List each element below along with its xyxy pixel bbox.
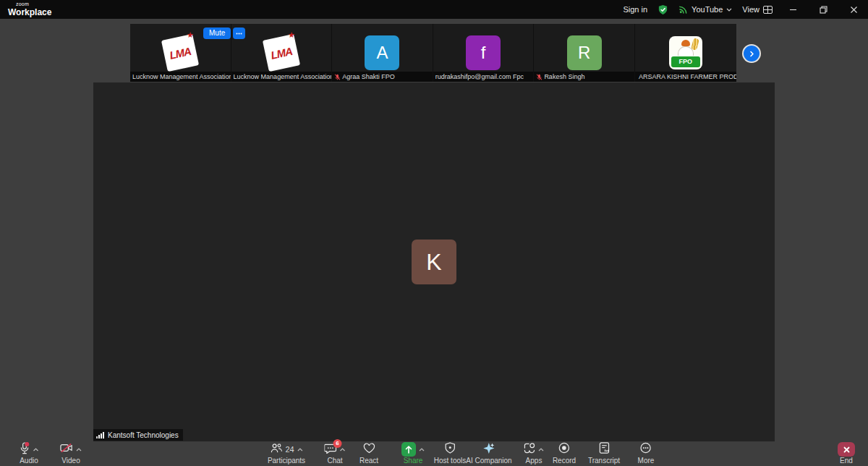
minimize-button[interactable] [783, 0, 803, 19]
host-tools-label: Host tools [434, 457, 466, 465]
ai-companion-sparkle-icon [483, 442, 495, 457]
react-button[interactable]: React [359, 443, 378, 465]
lma-logo-text: LMA [169, 45, 192, 62]
transcript-icon [599, 442, 610, 457]
view-label: View [742, 5, 760, 14]
audio-label: Audio [20, 457, 38, 465]
view-button[interactable]: View [742, 5, 773, 14]
close-icon [850, 6, 858, 14]
close-window-button[interactable] [843, 0, 864, 19]
participant-tile-agraa-shakti[interactable]: A Agraa Shakti FPO [332, 24, 433, 82]
participant-tile-lma-2[interactable]: LMA★ Lucknow Management Association (... [231, 24, 333, 82]
apps-options-chevron[interactable] [538, 448, 544, 452]
participants-label: Participants [268, 457, 305, 465]
chat-button[interactable]: 6 Chat [325, 443, 346, 465]
filmstrip-next-page-button[interactable] [744, 46, 760, 62]
transcript-button[interactable]: Transcript [588, 443, 620, 465]
heart-react-icon [363, 443, 375, 457]
lma-star-icon: ★ [187, 30, 195, 40]
speaker-avatar: K [412, 240, 456, 284]
mute-participant-button[interactable]: Mute [203, 27, 231, 39]
record-button[interactable]: Record [553, 443, 576, 465]
chat-unread-badge: 6 [333, 439, 342, 448]
main-speaker-tile: K Kantsoft Technologies [93, 82, 775, 441]
avatar-initial: A [365, 35, 399, 70]
restore-button[interactable] [813, 0, 833, 19]
video-options-chevron[interactable] [76, 448, 82, 452]
network-signal-icon [96, 431, 105, 439]
tile-hover-controls: Mute [203, 27, 245, 39]
record-icon [558, 442, 570, 457]
security-shield-icon[interactable] [658, 4, 668, 15]
avatar-initial: R [567, 35, 602, 70]
react-label: React [359, 457, 378, 465]
share-label: Share [404, 457, 423, 465]
lma-logo-text: LMA [270, 45, 293, 62]
mic-alert-icon [20, 442, 30, 457]
avatar-lma-logo: LMA★ [264, 35, 299, 70]
chat-options-chevron[interactable] [340, 448, 346, 452]
avatar-lma-logo: LMA★ [163, 35, 197, 70]
meeting-toolbar: Audio Video 24 Participants 6 Cha [0, 441, 868, 466]
title-bar: zoom Workplace Sign in YouTube View [0, 0, 868, 19]
minimize-icon [789, 6, 797, 14]
participant-tile-rudrakashi[interactable]: f rudrakashifpo@gmail.com Fpc [433, 24, 535, 82]
ellipsis-icon [236, 33, 242, 35]
ai-companion-label: AI Companion [466, 457, 511, 465]
livestream-youtube-menu[interactable]: YouTube [678, 5, 732, 14]
speaker-name-pill: Kantsoft Technologies [93, 429, 183, 441]
apps-label: Apps [526, 457, 542, 465]
audio-options-chevron[interactable] [33, 448, 39, 452]
muted-mic-icon [536, 74, 542, 80]
avatar-fpo-logo: FPO [668, 35, 703, 70]
participant-name-label: Rakesh Singh [534, 72, 634, 82]
participant-name-label: Lucknow Management Association (... [231, 72, 332, 82]
end-meeting-button[interactable]: End [838, 443, 855, 465]
video-off-icon [60, 443, 73, 456]
restore-icon [820, 6, 827, 14]
avatar-initial: f [466, 35, 501, 70]
video-button[interactable]: Video [60, 443, 82, 465]
more-label: More [638, 457, 655, 465]
participants-count: 24 [285, 445, 294, 454]
chevron-down-icon [726, 8, 732, 12]
participant-name-label: ARSARA KISHNI FARMER PRODU... [635, 72, 736, 82]
zoom-logo-text: zoom [16, 1, 51, 7]
participant-tile-rakesh-singh[interactable]: R Rakesh Singh [534, 24, 635, 82]
participant-name-label: rudrakashifpo@gmail.com Fpc [433, 72, 534, 82]
participant-name-label: Agraa Shakti FPO [332, 72, 433, 82]
participants-options-chevron[interactable] [297, 448, 303, 452]
zoom-workplace-logo: zoom Workplace [8, 1, 51, 17]
speaker-name-text: Kantsoft Technologies [108, 431, 179, 439]
chevron-right-icon [749, 51, 755, 57]
host-tools-button[interactable]: Host tools [434, 443, 466, 465]
tile-more-options-button[interactable] [233, 27, 245, 39]
sign-in-link[interactable]: Sign in [623, 5, 647, 14]
video-label: Video [61, 457, 80, 465]
ai-companion-button[interactable]: AI Companion [466, 443, 511, 465]
transcript-label: Transcript [588, 457, 620, 465]
more-button[interactable]: More [638, 443, 655, 465]
participants-button[interactable]: 24 Participants [268, 443, 305, 465]
chat-label: Chat [327, 457, 342, 465]
chat-icon: 6 [325, 443, 337, 457]
participant-name-label: Lucknow Management Association (... [130, 72, 231, 82]
record-label: Record [553, 457, 576, 465]
participant-tile-arsara-kishni[interactable]: FPO ARSARA KISHNI FARMER PRODU... [635, 24, 736, 82]
host-tools-shield-icon [445, 442, 456, 457]
fpo-logo-text: FPO [671, 56, 700, 67]
share-screen-icon [401, 442, 416, 457]
audio-button[interactable]: Audio [20, 443, 39, 465]
more-ellipsis-icon [640, 442, 652, 457]
end-label: End [840, 457, 853, 465]
share-options-chevron[interactable] [419, 448, 425, 452]
participants-icon [270, 443, 282, 457]
stream-service-label: YouTube [692, 5, 723, 14]
muted-mic-icon [334, 74, 341, 80]
apps-icon [524, 443, 535, 457]
workplace-logo-text: Workplace [8, 8, 51, 17]
gallery-view-icon [763, 6, 773, 14]
end-call-icon [838, 442, 855, 457]
apps-button[interactable]: Apps [524, 443, 544, 465]
share-screen-button[interactable]: Share [401, 443, 425, 465]
